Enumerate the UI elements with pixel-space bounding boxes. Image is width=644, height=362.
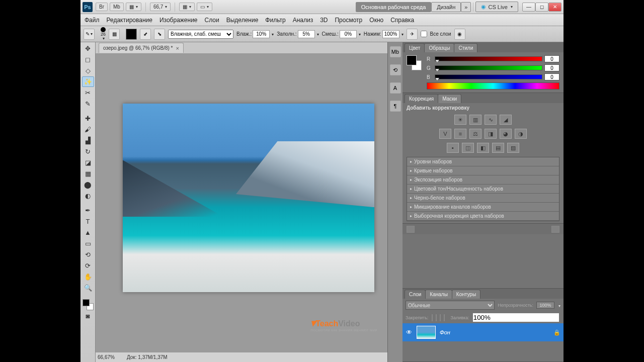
current-color-swatch[interactable] [126,29,137,40]
minibridge-panel-icon[interactable]: Mb [390,46,401,57]
adj-selective-icon[interactable]: ▨ [507,143,519,153]
pen-tool[interactable]: ✒ [82,205,94,216]
tab-paths[interactable]: Контуры [452,290,480,299]
opacity-input[interactable] [536,302,554,309]
preset-item[interactable]: Цветовой тон/Насыщенность наборов [407,185,559,194]
adjustment-presets-list[interactable]: Уровни наборов Кривые наборов Экспозиция… [407,157,559,221]
menu-select[interactable]: Выделение [226,17,259,24]
load-input[interactable] [298,30,315,38]
close-button[interactable]: ✕ [548,3,561,12]
lasso-tool[interactable]: ◇ [82,65,94,76]
stamp-tool[interactable]: ▟ [82,135,94,146]
3d-camera-tool[interactable]: ⟳ [82,260,94,271]
mix-input[interactable] [340,30,357,38]
preset-item[interactable]: Экспозиция наборов [407,175,559,185]
adj-view-icon[interactable] [551,226,559,233]
adj-vibrance-icon[interactable]: V [439,129,451,139]
layer-visibility-icon[interactable]: 👁 [406,329,413,336]
history-brush-tool[interactable]: ↻ [82,146,94,157]
magic-wand-tool[interactable]: ✨ [82,76,94,87]
fill-flyout[interactable] [562,315,564,320]
3d-tool[interactable]: ⟲ [82,249,94,260]
mix-flyout[interactable] [358,31,361,37]
menu-3d[interactable]: 3D [320,17,328,24]
workspace-more-button[interactable]: » [461,2,471,12]
screen-mode-button[interactable]: ▭ [197,3,212,11]
adj-photo-filter-icon[interactable]: ◕ [500,129,512,139]
cslive-button[interactable]: ◉CS Live [475,2,518,12]
maximize-button[interactable]: ◻ [535,3,548,12]
paragraph-panel-icon[interactable]: ¶ [390,101,401,112]
move-tool[interactable]: ✥ [82,43,94,54]
menu-help[interactable]: Справка [390,17,414,24]
path-select-tool[interactable]: ▲ [82,227,94,238]
tab-channels[interactable]: Каналы [425,290,452,299]
menu-analysis[interactable]: Анализ [293,17,313,24]
menu-view[interactable]: Просмотр [335,17,362,24]
gradient-tool[interactable]: ▦ [82,168,94,179]
color-panel-swatch[interactable] [407,55,422,70]
tab-masks[interactable]: Маски [438,94,461,103]
adj-brightness-icon[interactable]: ☀ [454,115,466,125]
g-input[interactable] [544,64,559,71]
tab-color[interactable]: Цвет [405,43,425,52]
preset-item[interactable]: Уровни наборов [407,157,559,166]
minimize-button[interactable]: — [522,3,535,12]
b-slider[interactable] [435,74,542,79]
layer-thumbnail[interactable] [417,326,436,339]
all-layers-checkbox[interactable] [421,31,427,37]
tool-preset-picker[interactable]: ✎ [84,29,95,40]
history-panel-icon[interactable]: ⟲ [390,64,401,75]
menu-filter[interactable]: Фильтр [265,17,285,24]
adj-curves-icon[interactable]: ∿ [485,115,497,125]
canvas-viewport[interactable]: ▾TeachVideo ПОСМОТРИ КАК ЗНАНИЯ МЕНЯЮТ М… [96,53,387,352]
status-zoom[interactable]: 66,67% [98,354,115,360]
airbrush-toggle[interactable]: ✈ [407,29,418,40]
layer-row[interactable]: 👁 Фон 🔒 [403,323,564,341]
healing-brush-tool[interactable]: ✚ [82,113,94,124]
layer-name[interactable]: Фон [440,329,549,335]
adj-gradient-map-icon[interactable]: ▤ [492,143,504,153]
view-extras-button[interactable]: ▦ [126,3,141,11]
arrange-docs-button[interactable]: ▦ [179,3,195,11]
eraser-tool[interactable]: ◪ [82,157,94,168]
lock-transparent-icon[interactable] [432,314,433,321]
hand-tool[interactable]: ✋ [82,272,94,282]
eyedropper-tool[interactable]: ✎ [82,99,94,109]
color-picker[interactable] [83,299,94,310]
load-flyout[interactable] [316,31,319,37]
lock-all-icon[interactable] [444,314,445,321]
blend-mode-select[interactable]: Обычные [406,301,495,310]
minibridge-button[interactable]: Mb [110,3,124,11]
wet-input[interactable] [253,30,270,38]
spectrum-ramp[interactable] [427,82,559,89]
tab-swatches[interactable]: Образцы [424,43,454,52]
menu-window[interactable]: Окно [369,17,383,24]
adj-exposure-icon[interactable]: ◢ [500,115,512,125]
preset-item[interactable]: Выборочная коррекция цвета наборов [407,212,559,221]
brush-tool[interactable]: 🖌 [82,124,94,135]
workspace-design-button[interactable]: Дизайн [431,2,461,12]
adj-bw-icon[interactable]: ◨ [485,129,497,139]
adj-levels-icon[interactable]: ▥ [469,115,481,125]
tab-layers[interactable]: Слои [405,290,426,299]
workspace-essentials-button[interactable]: Основная рабочая среда [356,2,432,12]
lock-position-icon[interactable] [440,314,441,321]
preset-item[interactable]: Кривые наборов [407,166,559,175]
r-slider[interactable] [435,56,542,61]
marquee-tool[interactable]: ◻ [82,54,94,65]
adj-channel-mixer-icon[interactable]: ◑ [515,129,527,139]
menu-layer[interactable]: Слои [205,17,219,24]
flow-input[interactable] [382,30,399,38]
preset-item[interactable]: Черно-белое наборов [407,194,559,203]
tablet-pressure-icon[interactable]: ◉ [454,29,465,40]
wet-preset-select[interactable]: Влажная, слаб. смеш [168,30,233,39]
b-input[interactable] [544,73,559,80]
status-docsize[interactable]: Док: 1,37M/1,37M [127,354,168,360]
adj-invert-icon[interactable]: ▪ [447,143,459,153]
adj-threshold-icon[interactable]: ◧ [477,143,489,153]
zoom-tool[interactable]: 🔍 [82,283,94,293]
crop-tool[interactable]: ✂ [82,87,94,98]
preset-item[interactable]: Микширование каналов наборов [407,203,559,212]
bridge-button[interactable]: Br [96,3,108,11]
